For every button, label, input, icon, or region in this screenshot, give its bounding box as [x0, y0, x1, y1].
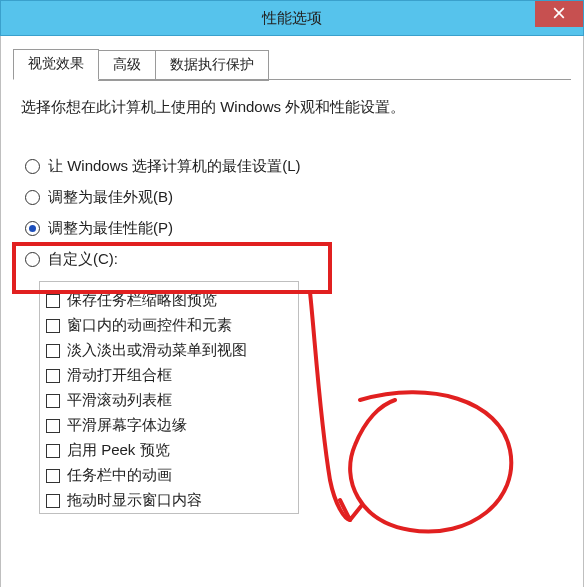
tab-strip: 视觉效果 高级 数据执行保护	[13, 50, 571, 80]
checkbox-label: 滑动打开组合框	[67, 366, 172, 385]
tab-content: 选择你想在此计算机上使用的 Windows 外观和性能设置。 让 Windows…	[13, 80, 571, 514]
radio-label: 调整为最佳性能(P)	[48, 219, 173, 238]
tab-dep[interactable]: 数据执行保护	[155, 50, 269, 81]
checkbox-item[interactable]: 滑动打开组合框	[46, 363, 292, 388]
checkbox-icon	[46, 419, 60, 433]
radio-label: 自定义(C):	[48, 250, 118, 269]
radio-best-performance[interactable]: 调整为最佳性能(P)	[21, 213, 563, 244]
checkbox-label: 拖动时显示窗口内容	[67, 491, 202, 510]
tab-visual-effects[interactable]: 视觉效果	[13, 49, 99, 80]
window-title: 性能选项	[262, 9, 322, 28]
checkbox-item[interactable]: 淡入淡出或滑动菜单到视图	[46, 338, 292, 363]
close-button[interactable]	[535, 1, 583, 27]
checkbox-label: 窗口内的动画控件和元素	[67, 316, 232, 335]
checkbox-item[interactable]: 平滑滚动列表框	[46, 388, 292, 413]
checkbox-label: 淡入淡出或滑动菜单到视图	[67, 341, 247, 360]
checkbox-icon	[46, 319, 60, 333]
radio-icon	[25, 252, 40, 267]
checkbox-icon	[46, 344, 60, 358]
radio-custom[interactable]: 自定义(C):	[21, 244, 563, 275]
checkbox-icon	[46, 469, 60, 483]
checkbox-item[interactable]: 保存任务栏缩略图预览	[46, 288, 292, 313]
checkbox-label: 平滑屏幕字体边缘	[67, 416, 187, 435]
checkbox-icon	[46, 294, 60, 308]
checkbox-icon	[46, 494, 60, 508]
checkbox-label: 启用 Peek 预览	[67, 441, 170, 460]
dialog-body: 视觉效果 高级 数据执行保护 选择你想在此计算机上使用的 Windows 外观和…	[0, 36, 584, 587]
tab-label: 高级	[113, 56, 141, 72]
radio-icon	[25, 221, 40, 236]
checkbox-icon	[46, 444, 60, 458]
checkbox-icon	[46, 394, 60, 408]
radio-label: 调整为最佳外观(B)	[48, 188, 173, 207]
title-bar: 性能选项	[0, 0, 584, 36]
tab-label: 视觉效果	[28, 55, 84, 71]
radio-icon	[25, 190, 40, 205]
radio-let-windows[interactable]: 让 Windows 选择计算机的最佳设置(L)	[21, 151, 563, 182]
checkbox-list: 保存任务栏缩略图预览 窗口内的动画控件和元素 淡入淡出或滑动菜单到视图 滑动打开…	[39, 281, 299, 514]
checkbox-label: 保存任务栏缩略图预览	[67, 291, 217, 310]
tab-advanced[interactable]: 高级	[98, 50, 156, 81]
tab-label: 数据执行保护	[170, 56, 254, 72]
radio-group: 让 Windows 选择计算机的最佳设置(L) 调整为最佳外观(B) 调整为最佳…	[21, 151, 563, 275]
checkbox-item[interactable]: 平滑屏幕字体边缘	[46, 413, 292, 438]
checkbox-item[interactable]: 任务栏中的动画	[46, 463, 292, 488]
radio-label: 让 Windows 选择计算机的最佳设置(L)	[48, 157, 301, 176]
checkbox-label: 任务栏中的动画	[67, 466, 172, 485]
radio-best-appearance[interactable]: 调整为最佳外观(B)	[21, 182, 563, 213]
checkbox-item[interactable]: 窗口内的动画控件和元素	[46, 313, 292, 338]
checkbox-item[interactable]: 拖动时显示窗口内容	[46, 488, 292, 513]
radio-icon	[25, 159, 40, 174]
close-icon	[553, 6, 565, 22]
checkbox-label: 平滑滚动列表框	[67, 391, 172, 410]
checkbox-icon	[46, 369, 60, 383]
checkbox-item[interactable]: 启用 Peek 预览	[46, 438, 292, 463]
intro-text: 选择你想在此计算机上使用的 Windows 外观和性能设置。	[21, 98, 563, 117]
